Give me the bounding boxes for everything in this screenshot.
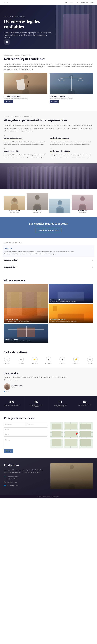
team-photo-4: [72, 194, 93, 210]
news-title-3: Protegiendo sus derechos: [50, 318, 92, 320]
dot-3[interactable]: [7, 391, 8, 392]
phone-input[interactable]: [4, 432, 47, 436]
defensores-text: Lorem ipsum dolor sit amet, consectetur …: [4, 124, 93, 132]
nav-about[interactable]: About: [70, 2, 73, 3]
service-name-criminal: Criminal Defense: [4, 259, 18, 261]
logo-label-6: CONTACT: [73, 363, 79, 364]
hero-section: JUSTICIA Y PROTECCIÓN Defensores legales…: [0, 5, 97, 49]
service-image-1: [4, 73, 47, 94]
stat-1: 0% Clientes satisfechos: [0, 396, 24, 411]
nav-faq[interactable]: FAQ: [76, 2, 78, 3]
defender-item-1: 01 Defendiendo sus derechos Lorem ipsum …: [4, 135, 47, 145]
news-overlay-2: Soluciones legales expertas At vero eos …: [49, 298, 93, 304]
news-meta-2: At vero eos et accusam et justo duo dolo…: [50, 301, 92, 302]
message-input[interactable]: [4, 438, 47, 447]
contactenos-section: Contáctenos Lorem ipsum dolor amet, cons…: [0, 458, 97, 494]
chevron-criminal-icon: ∨: [92, 259, 93, 261]
team-photo-3: [49, 198, 71, 213]
nav-pricing[interactable]: Pricing Plan: [81, 2, 88, 3]
news-overlay-4: March For Our Lives At vero eos et accus…: [4, 337, 48, 343]
testimonios-title: Testimonios: [4, 372, 93, 375]
dot-2[interactable]: [6, 391, 7, 392]
first-name-input[interactable]: [4, 422, 25, 426]
testimonios-role: Gerente: [12, 386, 22, 388]
defender-item-3: 03 Justicia y protección Lorem ipsum dol…: [4, 148, 47, 158]
contactenos-desc: Lorem ipsum dolor amet, consectetur adip…: [4, 469, 47, 474]
card1-caption: Excelencia legal asegurada: [4, 94, 47, 98]
form-left: Enviar: [4, 422, 47, 453]
defender-item-4: 04 Sus defensores de confianza Lorem ips…: [50, 148, 93, 158]
team-grid: CELIA ALMEDA Gerente de oficina JACK ÁLV…: [4, 193, 93, 213]
form-contact: Enviar: [4, 422, 93, 453]
hero-text: Lorem ipsum dolor amet, consectetur adip…: [4, 32, 53, 39]
map-placeholder: [50, 422, 93, 448]
logo-icon-7: ⊞: [87, 356, 93, 362]
news-meta-1: At vero eos et accusam et justo duo dolo…: [5, 321, 47, 322]
team-photo-2: [26, 193, 48, 210]
logo-label-1: CONTACT: [4, 363, 10, 364]
card2-subcap: Sample text. Click to select the Text El…: [50, 98, 93, 99]
contact-phone-row: 📞 +34 000 000 000: [4, 481, 47, 483]
dot-1[interactable]: [4, 391, 5, 392]
last-name-input[interactable]: [26, 422, 47, 426]
soluciones-label: SOLUCIONES LEGALES EXPERTAS: [4, 54, 93, 56]
card1-button[interactable]: Leer más: [4, 100, 13, 103]
news-meta-4: At vero eos et accusam et justo duo dolo…: [5, 340, 47, 342]
defensores-section: SUS DEFENSORES DE CONFIANZA Abogados exp…: [0, 111, 97, 164]
defender-item-2: 02 Excelencia legal asegurada Lorem ipsu…: [50, 135, 93, 145]
news-meta-3: At vero eos et accusam et justo duo dolo…: [50, 320, 92, 322]
logo-item-3: ⚡ CONTACT: [32, 356, 38, 364]
logo-item-6: ⚡ CONTACT: [73, 356, 79, 364]
soluciones-title: Defensores legales confiables: [4, 57, 93, 61]
news-overlay-1: Sus socios de justicia At vero eos et ac…: [4, 318, 48, 323]
logo-icon-4: ◈: [46, 356, 51, 362]
team-member-3: [49, 198, 71, 213]
logo-icon-1: ◎: [4, 356, 10, 362]
cta-title: Tus escudos legales te esperan: [4, 222, 93, 226]
team-member-1: CELIA ALMEDA Gerente de oficina: [4, 196, 25, 213]
socios-section: Socios de confianza ◎ CONTACT ✉ CONTACT …: [0, 347, 97, 368]
service-name-civil: Civil Law: [4, 247, 76, 250]
testimonios-person: NAT REYNOLDS Gerente: [4, 383, 93, 390]
cta-button[interactable]: Obtenga su consulta gratuita: [35, 228, 62, 233]
logo-icon-6: ⚡: [73, 356, 79, 362]
logo-item-1: ◎ CONTACT: [4, 356, 10, 364]
stats-row: 0% Clientes satisfechos 0k Retribuciones…: [0, 396, 97, 411]
service-civil[interactable]: Civil Law Lorem ipsum dolor sit amet, co…: [2, 246, 95, 257]
team-member-4: NAT REYNOLDS Contador auditor: [72, 194, 93, 213]
soluciones-section: SOLUCIONES LEGALES EXPERTAS Defensores l…: [0, 49, 97, 111]
map-road-v1: [63, 422, 64, 448]
stat-4: 0k Ejemplo de texto: [73, 396, 97, 411]
hero-logo: D: [4, 39, 10, 45]
service-criminal[interactable]: Criminal Defense ∨: [4, 257, 93, 264]
contact-web-row: 🌐 www.example.com: [4, 484, 47, 487]
contact-address: info@example.com: [7, 478, 18, 480]
submit-button[interactable]: Enviar: [4, 449, 13, 453]
logo-label-2: CONTACT: [18, 363, 24, 364]
nav-contact[interactable]: Contact: [90, 2, 95, 3]
stat-2: 0k Retribuciones de clientes: [24, 396, 49, 411]
web-icon: 🌐: [4, 484, 6, 487]
email-input[interactable]: [4, 428, 47, 431]
location-icon: 📍: [4, 476, 6, 478]
news-title-2: Soluciones legales expertas: [50, 299, 92, 300]
socios-title: Socios de confianza: [4, 350, 93, 354]
service-corporate[interactable]: Corporate Law ∨: [4, 264, 93, 271]
logo-item-2: ✉ CONTACT: [18, 356, 24, 364]
testimonios-dots: [4, 391, 93, 392]
nav-logo[interactable]: logo: [2, 2, 8, 4]
navigation: logo Home About FAQ Pricing Plan Contact: [0, 0, 97, 5]
card2-button[interactable]: Leer más: [50, 100, 59, 103]
logo-label-5: CONTACT: [59, 363, 65, 364]
nav-links: Home About FAQ Pricing Plan Contact: [64, 2, 95, 3]
protegiendo-section: Protegiendo sus derechos Enviar: [0, 411, 97, 458]
team-photo-1: [4, 196, 25, 210]
news-item-3: Protegiendo sus derechos At vero eos et …: [49, 304, 93, 323]
contactenos-title: Contáctenos: [4, 464, 47, 467]
map-road-h2: [50, 438, 93, 439]
nav-home[interactable]: Home: [64, 2, 67, 3]
hero-badge: JUSTICIA Y PROTECCIÓN: [4, 16, 93, 17]
testimonios-section: Testimonios Lorem ipsum dolor sit amet, …: [0, 368, 97, 396]
logo-icon-3: ⚡: [32, 356, 37, 362]
news-title-4: March For Our Lives: [5, 338, 47, 340]
